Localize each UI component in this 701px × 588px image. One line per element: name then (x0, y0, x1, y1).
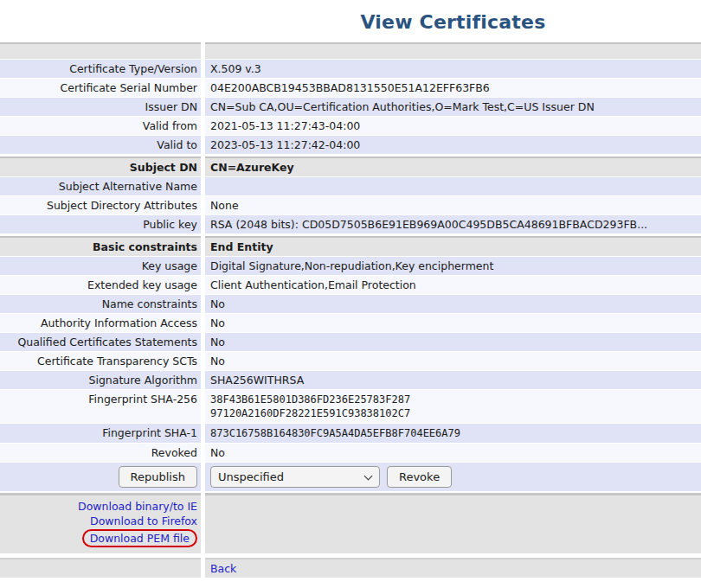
field-label: Valid from (0, 117, 201, 135)
certificate-table: Certificate Type/Version X.509 v.3 Certi… (0, 42, 701, 578)
fingerprint-sha256-line2: 97120A2160DF28221E591C93838102C7 (210, 406, 696, 420)
field-value: 04E200ABCB19453BBAD8131550E51A12EFF63FB6 (205, 79, 701, 97)
row-revoked: Revoked No (0, 444, 701, 462)
row-public-key: Public key RSA (2048 bits): CD05D7505B6E… (0, 215, 701, 233)
republish-button[interactable]: Republish (119, 466, 197, 488)
row-valid-to: Valid to 2023-05-13 11:27:42-04:00 (0, 136, 701, 154)
section-header-value (205, 42, 701, 59)
field-label: Public key (0, 215, 201, 233)
revocation-reason-select[interactable]: Unspecified (210, 466, 380, 488)
field-value (205, 177, 701, 195)
field-label: Fingerprint SHA-256 (0, 390, 201, 423)
downloads-block: Download binary/to IE Download to Firefo… (0, 493, 701, 553)
red-ellipse-annotation: Download PEM file (82, 529, 197, 547)
row-fingerprint-sha-256: Fingerprint SHA-256 38F43B61E5801D386FD2… (0, 390, 701, 423)
field-label: Extended key usage (0, 276, 201, 294)
fingerprint-sha256-line1: 38F43B61E5801D386FD236E25783F287 (210, 393, 696, 406)
row-authority-information-access: Authority Information Access No (0, 314, 701, 332)
field-label: Certificate Type/Version (0, 60, 201, 78)
field-value: Digital Signature,Non-repudiation,Key en… (205, 257, 701, 275)
field-value: None (205, 196, 701, 214)
row-qualified-certificates-statements: Qualified Certificates Statements No (0, 333, 701, 351)
field-label: Name constraints (0, 295, 201, 313)
row-signature-algorithm: Signature Algorithm SHA256WITHRSA (0, 371, 701, 389)
field-value: CN=Sub CA,OU=Certification Authorities,O… (205, 98, 701, 116)
field-value: 38F43B61E5801D386FD236E25783F287 97120A2… (205, 390, 701, 423)
field-label: Fingerprint SHA-1 (0, 424, 201, 443)
field-value: Client Authentication,Email Protection (205, 276, 701, 294)
field-label: Signature Algorithm (0, 371, 201, 389)
row-fingerprint-sha-1: Fingerprint SHA-1 873C16758B164830FC9A5A… (0, 424, 701, 443)
action-row-right: Unspecified Revoke (205, 463, 701, 491)
row-certificate-transparency-scts: Certificate Transparency SCTs No (0, 352, 701, 370)
section-header-label: Subject DN (0, 157, 201, 176)
back-row-right: Back (205, 558, 701, 578)
field-label: Subject Alternative Name (0, 177, 201, 195)
download-pem-link[interactable]: Download PEM file (90, 532, 190, 545)
field-label: Subject Directory Attributes (0, 196, 201, 214)
field-label: Valid to (0, 136, 201, 154)
section-header-value: CN=AzureKey (205, 157, 701, 176)
field-value: 2023-05-13 11:27:42-04:00 (205, 136, 701, 154)
row-name-constraints: Name constraints No (0, 295, 701, 313)
action-row-left: Republish (0, 463, 201, 491)
section-header-label: Basic constraints (0, 236, 201, 256)
action-row: Republish Unspecified Revoke (0, 463, 701, 491)
row-subject-alternative-name: Subject Alternative Name (0, 177, 701, 195)
page-title: View Certificates (205, 11, 701, 33)
field-label: Authority Information Access (0, 314, 201, 332)
row-certificate-type-version: Certificate Type/Version X.509 v.3 (0, 60, 701, 78)
field-value: No (205, 444, 701, 462)
revoke-button[interactable]: Revoke (387, 466, 452, 488)
field-label: Revoked (0, 444, 201, 462)
field-label: Certificate Transparency SCTs (0, 352, 201, 370)
field-value: X.509 v.3 (205, 60, 701, 78)
field-value: No (205, 295, 701, 313)
back-row: Back (0, 558, 701, 578)
row-valid-from: Valid from 2021-05-13 11:27:43-04:00 (0, 117, 701, 135)
row-subject-directory-attributes: Subject Directory Attributes None (0, 196, 701, 214)
back-row-left (0, 558, 201, 578)
section-header-subject-dn: Subject DN CN=AzureKey (0, 157, 701, 176)
field-value: No (205, 333, 701, 351)
field-value: 2021-05-13 11:27:43-04:00 (205, 117, 701, 135)
field-label: Certificate Serial Number (0, 79, 201, 97)
field-value: No (205, 352, 701, 370)
field-label: Key usage (0, 257, 201, 275)
section-header-label (0, 42, 201, 59)
field-value: 873C16758B164830FC9A5A4DA5EFB8F704EE6A79 (205, 424, 701, 443)
field-label: Issuer DN (0, 98, 201, 116)
downloads-block-right (205, 493, 701, 553)
section-header-value: End Entity (205, 236, 701, 256)
row-extended-key-usage: Extended key usage Client Authentication… (0, 276, 701, 294)
field-value: SHA256WITHRSA (205, 371, 701, 389)
section-header-basic-constraints: Basic constraints End Entity (0, 236, 701, 256)
downloads-links: Download binary/to IE Download to Firefo… (0, 493, 201, 553)
field-value: RSA (2048 bits): CD05D7505B6E91EB969A00C… (205, 215, 701, 233)
field-value: No (205, 314, 701, 332)
field-label: Qualified Certificates Statements (0, 333, 201, 351)
download-firefox-link[interactable]: Download to Firefox (2, 514, 197, 528)
row-key-usage: Key usage Digital Signature,Non-repudiat… (0, 257, 701, 275)
row-certificate-serial-number: Certificate Serial Number 04E200ABCB1945… (0, 79, 701, 97)
download-binary-ie-link[interactable]: Download binary/to IE (2, 499, 197, 514)
row-issuer-dn: Issuer DN CN=Sub CA,OU=Certification Aut… (0, 98, 701, 116)
back-link[interactable]: Back (210, 562, 236, 575)
section-header-general (0, 42, 701, 59)
revocation-reason-select-wrap: Unspecified (210, 466, 380, 488)
